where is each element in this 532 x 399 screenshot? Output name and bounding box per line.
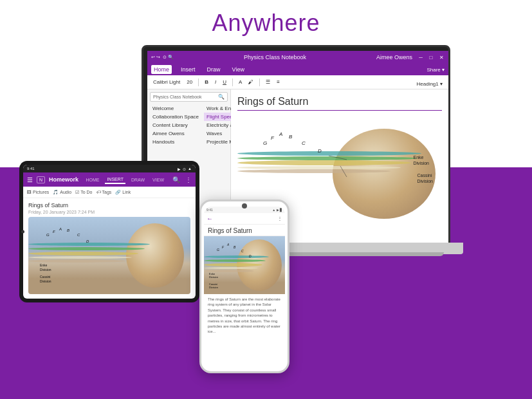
label-d: D <box>318 148 322 154</box>
phone-label-c: C <box>241 249 244 253</box>
phone-label-cassini: CassiniDivision <box>209 283 218 289</box>
ring-d <box>237 169 391 173</box>
phone-text-content: The rings of Saturn are the most elabora… <box>204 294 285 337</box>
tablet-more-icon[interactable]: ⋮ <box>185 176 192 183</box>
minimize-button[interactable]: ─ <box>417 54 424 60</box>
label-cassini: CassiniDivision <box>417 172 433 184</box>
phone-screen: 9:41 ▲ ▶ ▊ ← ⋮ Rings of Saturn <box>204 207 285 366</box>
link-icon: 🔗 <box>115 190 121 195</box>
toolbar-separator-2 <box>232 79 233 86</box>
bold-button[interactable]: B <box>203 79 210 86</box>
font-selector[interactable]: Calibri Light <box>151 79 182 86</box>
tablet-label-cassini: CassiniDivision <box>40 275 51 283</box>
maximize-button[interactable]: □ <box>428 54 434 60</box>
tablet-outer: 9:41 ▶ ⊙ ▲ ☰ N Homework HOME INSERT DRAW… <box>19 161 199 302</box>
tab-view[interactable]: View <box>230 65 247 74</box>
phone-label-f: F <box>222 245 224 249</box>
pictures-icon: 🖼 <box>27 190 32 194</box>
tablet-camera <box>21 230 24 234</box>
tablet-screen: 9:41 ▶ ⊙ ▲ ☰ N Homework HOME INSERT DRAW… <box>23 165 196 299</box>
phone-label-b: B <box>234 245 235 249</box>
tablet-label-b: B <box>67 228 69 232</box>
color-button[interactable]: 🖌 <box>246 79 255 86</box>
toolbar-separator-3 <box>259 79 260 86</box>
tags-icon: 🏷 <box>96 190 101 194</box>
tablet-tab-draw[interactable]: DRAW <box>129 176 147 183</box>
nav-handouts[interactable]: Handouts <box>150 138 201 146</box>
font-size[interactable]: 20 <box>185 79 194 86</box>
tablet-menu-icon[interactable]: ☰ <box>27 176 33 183</box>
onenote-logo: N <box>37 176 45 183</box>
label-a: A <box>279 131 282 137</box>
tool-audio[interactable]: 🎵 Audio <box>53 190 71 195</box>
tablet-search-icon[interactable]: 🔍 <box>172 176 180 183</box>
phone-label-enke: EnkeDivision <box>209 272 218 279</box>
tablet-ring-4 <box>28 256 132 259</box>
phone-ring-1 <box>204 255 269 258</box>
nav-aimee[interactable]: Aimee Owens <box>150 129 201 138</box>
phone-back-button[interactable]: ← <box>206 215 213 222</box>
label-g: G <box>263 140 267 146</box>
tablet-ring-1 <box>28 243 150 246</box>
phone-toolbar: ← ⋮ <box>204 213 285 225</box>
ring-b <box>237 160 411 165</box>
phone-ring-3 <box>204 263 262 266</box>
tab-insert[interactable]: Insert <box>178 65 198 74</box>
titlebar-notebook-name: Physics Class Notebook <box>174 54 376 60</box>
phone-page-title: Rings of Saturn <box>208 227 281 234</box>
phone-saturn: G F A B C D EnkeDivision CassiniDivision <box>204 236 285 294</box>
numbered-list[interactable]: ≡ <box>275 79 282 86</box>
tablet-device: 9:41 ▶ ⊙ ▲ ☰ N Homework HOME INSERT DRAW… <box>19 161 199 302</box>
tablet-tab-insert[interactable]: INSERT <box>105 176 125 184</box>
tablet-label-enke: EnkeDivision <box>40 263 51 272</box>
tool-pictures[interactable]: 🖼 Pictures <box>27 190 49 194</box>
nav-welcome[interactable]: Welcome <box>150 104 201 113</box>
tablet-ring-3 <box>28 252 138 255</box>
label-b: B <box>289 134 292 140</box>
tab-home[interactable]: Home <box>151 65 172 74</box>
phone-camera <box>242 203 247 209</box>
tablet-content: Rings of Saturn Friday, 20 January 2023 … <box>23 198 196 298</box>
nav-content-library[interactable]: Content Library <box>150 121 201 129</box>
phone-label-a: A <box>227 243 229 246</box>
tablet-tab-view[interactable]: VIEW <box>151 176 166 183</box>
tool-link[interactable]: 🔗 Link <box>115 190 131 195</box>
close-button[interactable]: ✕ <box>438 54 445 60</box>
tablet-status-bar: 9:41 ▶ ⊙ ▲ <box>23 165 196 172</box>
phone-ring-2 <box>204 259 266 262</box>
content-title: Rings of Saturn <box>237 96 442 111</box>
nav-collaboration[interactable]: Collaboration Space <box>150 113 201 121</box>
tablet-toolbar: 🖼 Pictures 🎵 Audio ☑ To Do 🏷 Tags 🔗 <box>23 187 196 198</box>
toolbar-separator <box>198 79 199 86</box>
status-icons: ▶ ⊙ ▲ <box>178 167 192 171</box>
page-title: Anywhere <box>0 10 532 37</box>
tablet-planet <box>126 223 184 288</box>
tool-todo[interactable]: ☑ To Do <box>75 190 92 195</box>
highlight-button[interactable]: A <box>237 79 244 86</box>
tool-tags[interactable]: 🏷 Tags <box>96 190 112 194</box>
phone-ring-4 <box>204 267 258 269</box>
label-c: C <box>302 140 306 146</box>
underline-button[interactable]: U <box>221 79 228 86</box>
tablet-label-c: C <box>77 233 80 237</box>
onenote-toolbar: Calibri Light 20 B I U A 🖌 ☰ ≡ Heading1 … <box>147 75 448 89</box>
tablet-label-f: F <box>53 230 55 234</box>
ring-f <box>237 151 421 156</box>
nav-sections: Welcome Collaboration Space Content Libr… <box>150 104 201 146</box>
todo-icon: ☑ <box>75 190 79 195</box>
phone-title-bar: Rings of Saturn <box>204 225 285 236</box>
tablet-app-bar: ☰ N Homework HOME INSERT DRAW VIEW 🔍 ⋮ <box>23 172 196 187</box>
tablet-tab-home[interactable]: HOME <box>84 176 101 183</box>
tablet-page-title: Rings of Saturn <box>28 202 190 209</box>
nav-search[interactable]: Physics Class Notebook 🔍 <box>150 92 228 102</box>
titlebar-user-name: Aimee Owens <box>376 54 412 60</box>
tablet-label-d: D <box>86 239 89 243</box>
tablet-ring-2 <box>28 247 145 250</box>
tab-draw[interactable]: Draw <box>205 65 223 74</box>
list-button[interactable]: ☰ <box>264 79 272 86</box>
tablet-ring-5 <box>28 259 125 263</box>
phone-more-button[interactable]: ⋮ <box>277 216 282 221</box>
italic-button[interactable]: I <box>213 79 218 86</box>
onenote-titlebar: ↩ ↪ ⊙ 🔍 Physics Class Notebook Aimee Owe… <box>147 51 448 64</box>
style-selector[interactable]: Heading1 ▾ <box>415 80 445 88</box>
